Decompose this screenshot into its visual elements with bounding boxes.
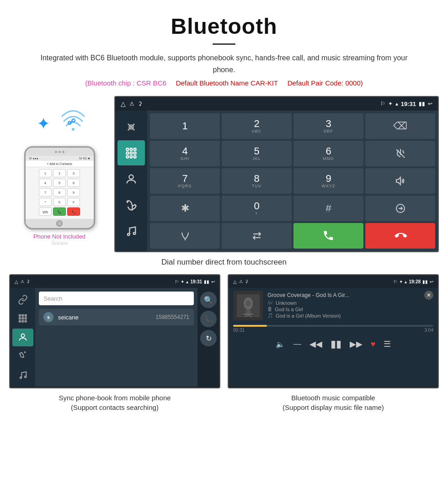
spec-name: Default Bluetooth Name CAR-KIT xyxy=(176,79,278,87)
keypad-row: 1 2 3 xyxy=(27,169,92,177)
key-6[interactable]: 6 xyxy=(67,179,80,187)
key-1[interactable]: 1 xyxy=(39,169,52,177)
dial-key-hash[interactable]: # xyxy=(293,196,363,221)
key-call[interactable]: 📞 xyxy=(53,207,66,216)
key-vm[interactable]: vm xyxy=(39,207,52,216)
music-home-icon[interactable]: △ xyxy=(233,279,237,284)
pb-back-icon[interactable]: ↩ xyxy=(211,279,215,284)
key-0[interactable]: 0 xyxy=(53,198,66,206)
dial-key-call[interactable] xyxy=(293,223,363,249)
svg-point-0 xyxy=(72,128,75,131)
music-status-left: △ ⚠ ⚳ xyxy=(233,279,248,284)
key-3[interactable]: 3 xyxy=(67,169,80,177)
dial-key-4[interactable]: 4 GHI xyxy=(150,141,220,166)
dial-key-transfer[interactable] xyxy=(365,196,435,221)
key-end[interactable]: 📞 xyxy=(67,207,80,216)
sidebar-bluetooth-item[interactable] xyxy=(117,114,145,139)
dial-key-3[interactable]: 3 DEF xyxy=(293,113,363,139)
dial-key-7[interactable]: 7 PQRS xyxy=(150,168,220,194)
wifi-status-icon: ▴ xyxy=(395,101,398,107)
sidebar-contacts-item[interactable] xyxy=(117,166,145,191)
refresh-action-btn[interactable]: ↻ xyxy=(200,330,217,346)
home-icon[interactable]: △ xyxy=(121,100,126,107)
dial-key-star[interactable]: ✱ xyxy=(150,196,220,221)
wifi-signal-icon: ☍ xyxy=(62,107,85,137)
call-action-btn[interactable]: 📞 xyxy=(200,311,217,327)
music-progress-bar[interactable] xyxy=(233,325,433,327)
key-9[interactable]: 9 xyxy=(67,188,80,196)
sidebar-music-item[interactable] xyxy=(117,218,145,244)
pb-contacts-icon[interactable] xyxy=(12,329,33,346)
transfer-icon xyxy=(395,203,406,214)
contact-item[interactable]: s seicane 15885554271 xyxy=(39,309,194,325)
pb-link-icon[interactable] xyxy=(12,291,33,308)
phonebook-status-bar: △ ⚠ ⚳ ⚐ ✦ ▴ 19:31 ▮▮ ↩ xyxy=(10,275,219,288)
music-caption-line2: (Support display music file name) xyxy=(283,403,384,411)
music-track-row: 🎵 God is a Girl (Album Version) xyxy=(267,313,424,319)
playlist-button[interactable]: ☰ xyxy=(384,339,391,349)
svg-point-32 xyxy=(245,300,251,307)
dial-key-volume[interactable] xyxy=(365,168,435,194)
music-battery-icon: ▮▮ xyxy=(422,279,428,284)
music-progress-area: 00:31 3:04 xyxy=(229,323,438,334)
dial-key-0[interactable]: 0 + xyxy=(222,196,292,221)
dial-sub-5: JKL xyxy=(252,156,261,161)
phonebook-card: △ ⚠ ⚳ ⚐ ✦ ▴ 19:31 ▮▮ ↩ xyxy=(9,274,220,412)
dial-key-swap[interactable] xyxy=(222,223,292,249)
dialpad-sidebar xyxy=(115,111,147,251)
key-hash[interactable]: # xyxy=(67,198,80,206)
next-track-button[interactable]: ▶▶ xyxy=(350,339,363,349)
dial-key-end-call[interactable] xyxy=(365,223,435,249)
phone-addr-bar: + Add to Contacts xyxy=(26,161,94,167)
search-action-btn[interactable]: 🔍 xyxy=(200,292,217,308)
pb-music-icon[interactable] xyxy=(12,366,33,384)
dial-num-5: 5 xyxy=(254,146,259,156)
key-7[interactable]: 7 xyxy=(39,188,52,196)
svg-rect-19 xyxy=(22,315,23,316)
phone-home-button[interactable] xyxy=(56,220,63,227)
sidebar-calllog-item[interactable] xyxy=(117,192,145,218)
favorite-button[interactable]: ♥ xyxy=(371,340,376,349)
svg-point-14 xyxy=(133,232,136,234)
key-5[interactable]: 5 xyxy=(53,179,66,187)
dial-key-8[interactable]: 8 TUV xyxy=(222,168,292,194)
key-8[interactable]: 8 xyxy=(53,188,66,196)
prev-track-button[interactable]: ◀◀ xyxy=(309,339,322,349)
search-bar[interactable]: Search xyxy=(39,292,194,305)
key-4[interactable]: 4 xyxy=(39,179,52,187)
dial-key-backspace[interactable]: ⌫ xyxy=(365,113,435,139)
dial-key-2[interactable]: 2 ABC xyxy=(222,113,292,139)
back-icon[interactable]: ↩ xyxy=(428,101,432,107)
dial-key-mute[interactable] xyxy=(365,141,435,166)
dial-key-9[interactable]: 9 WXYZ xyxy=(293,168,363,194)
merge-icon xyxy=(180,230,191,241)
phone-time: M 4G ■ xyxy=(79,157,90,160)
phone-not-included-label: Phone Not Included xyxy=(33,233,85,240)
dial-sub-7: PQRS xyxy=(178,184,192,188)
volume-control[interactable]: 🔈 xyxy=(276,340,285,349)
dial-key-merge[interactable] xyxy=(150,223,220,249)
key-2[interactable]: 2 xyxy=(53,169,66,177)
album-icon: 🎛 xyxy=(267,307,272,312)
dial-key-1[interactable]: 1 xyxy=(150,113,220,139)
dial-sub-8: TUV xyxy=(252,184,261,188)
music-times: 00:31 3:04 xyxy=(233,328,433,333)
equalizer-button[interactable]: ⸻ xyxy=(293,340,301,349)
music-total-time: 3:04 xyxy=(425,328,433,333)
music-close-button[interactable]: ✕ xyxy=(424,291,433,300)
svg-point-28 xyxy=(20,377,21,378)
play-pause-button[interactable]: ▮▮ xyxy=(331,338,341,350)
dial-key-5[interactable]: 5 JKL xyxy=(222,141,292,166)
key-star[interactable]: * xyxy=(39,198,52,206)
page-title: Bluetooth xyxy=(9,14,439,39)
svg-rect-22 xyxy=(22,318,23,319)
pb-dialpad-icon[interactable] xyxy=(12,309,33,327)
phone-dot xyxy=(55,151,57,153)
music-content: Groove Coverage - God Is A Gir... 🎶 Unkn… xyxy=(229,288,438,387)
svg-rect-9 xyxy=(127,156,129,158)
pb-home-icon[interactable]: △ xyxy=(15,279,18,284)
dial-key-6[interactable]: 6 MNO xyxy=(293,141,363,166)
music-back-icon[interactable]: ↩ xyxy=(430,279,433,284)
pb-calllog-icon[interactable] xyxy=(12,347,33,365)
sidebar-dialpad-item[interactable] xyxy=(117,140,145,165)
